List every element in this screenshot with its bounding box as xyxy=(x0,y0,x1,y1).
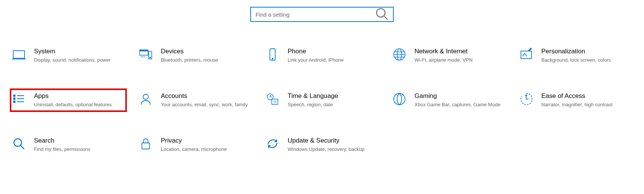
svg-point-31 xyxy=(394,93,405,105)
settings-tile-system[interactable]: SystemDisplay, sound, notifications, pow… xyxy=(11,45,126,67)
svg-rect-19 xyxy=(14,95,15,96)
tile-title: Time & Language xyxy=(288,92,338,100)
settings-tile-gaming[interactable]: GamingXbox Game Bar, captures, Game Mode xyxy=(391,89,507,111)
ease-icon xyxy=(519,92,533,106)
search-icon xyxy=(12,137,26,151)
settings-tile-update[interactable]: Update & SecurityWindows Update, recover… xyxy=(264,134,380,156)
tile-title: Gaming xyxy=(414,92,501,100)
svg-rect-35 xyxy=(142,143,149,149)
svg-point-0 xyxy=(377,9,385,17)
tile-title: System xyxy=(34,48,111,55)
gaming-icon xyxy=(393,92,406,106)
personalization-icon xyxy=(519,48,533,61)
settings-tile-devices[interactable]: DevicesBluetooth, printers, mouse xyxy=(137,45,253,67)
tile-description: Uninstall, defaults, optional features xyxy=(34,101,112,108)
tile-description: Location, camera, microphone xyxy=(161,146,227,153)
search-icon xyxy=(375,7,388,22)
settings-tile-time[interactable]: 字Time & LanguageSpeech, region, date xyxy=(264,89,380,111)
svg-point-25 xyxy=(143,94,148,99)
tile-description: Speech, region, date xyxy=(288,101,338,108)
tile-title: Privacy xyxy=(161,137,227,144)
tile-description: Narrator, magnifier, high contrast xyxy=(541,101,613,108)
tile-description: Your accounts, email, sync, work, family xyxy=(161,101,248,108)
tile-title: Apps xyxy=(34,92,112,100)
search-box[interactable] xyxy=(250,7,394,22)
svg-rect-20 xyxy=(14,98,15,99)
tile-description: Wi-Fi, airplane mode, VPN xyxy=(414,57,473,64)
tile-title: Accounts xyxy=(161,92,248,100)
svg-point-33 xyxy=(14,139,22,146)
tile-description: Find my files, permissions xyxy=(34,146,91,153)
privacy-icon xyxy=(139,137,153,151)
tile-title: Search xyxy=(34,137,91,144)
settings-tile-apps[interactable]: AppsUninstall, defaults, optional featur… xyxy=(11,89,126,111)
apps-icon xyxy=(12,92,26,106)
devices-icon xyxy=(139,48,153,61)
svg-line-1 xyxy=(384,16,388,20)
settings-tile-accounts[interactable]: AccountsYour accounts, email, sync, work… xyxy=(137,89,253,111)
svg-text:字: 字 xyxy=(273,100,277,104)
svg-rect-5 xyxy=(140,50,148,51)
tile-description: Link your Android, iPhone xyxy=(288,57,344,64)
phone-icon xyxy=(266,48,279,61)
svg-point-7 xyxy=(150,57,151,58)
settings-tile-ease[interactable]: Ease of AccessNarrator, magnifier, high … xyxy=(518,89,633,111)
svg-point-12 xyxy=(272,58,273,59)
svg-line-34 xyxy=(21,146,24,149)
accounts-icon xyxy=(139,92,153,106)
tile-title: Devices xyxy=(161,48,218,55)
time-icon: 字 xyxy=(266,92,279,106)
settings-tile-network[interactable]: Network & InternetWi-Fi, airplane mode, … xyxy=(391,45,507,67)
tile-description: Background, lock screen, colors xyxy=(541,57,611,64)
tile-description: Xbox Game Bar, captures, Game Mode xyxy=(414,101,501,108)
settings-tile-search[interactable]: SearchFind my files, permissions xyxy=(11,134,126,156)
update-icon xyxy=(266,137,279,151)
tile-description: Windows Update, recovery, backup xyxy=(288,146,365,153)
settings-tile-privacy[interactable]: PrivacyLocation, camera, microphone xyxy=(137,134,253,156)
tile-title: Phone xyxy=(288,48,344,55)
tile-description: Display, sound, notifications, power xyxy=(34,57,111,64)
settings-tile-phone[interactable]: PhoneLink your Android, iPhone xyxy=(264,45,380,67)
tile-title: Network & Internet xyxy=(414,48,473,55)
search-input[interactable] xyxy=(256,11,375,18)
settings-tile-personalization[interactable]: PersonalizationBackground, lock screen, … xyxy=(518,45,633,67)
svg-rect-2 xyxy=(13,51,25,58)
svg-rect-21 xyxy=(14,101,15,102)
system-icon xyxy=(12,48,26,61)
tile-title: Update & Security xyxy=(288,137,365,144)
network-icon xyxy=(393,48,406,61)
tile-description: Bluetooth, printers, mouse xyxy=(161,57,218,64)
svg-marker-32 xyxy=(525,94,527,96)
tile-title: Personalization xyxy=(541,48,611,55)
tile-title: Ease of Access xyxy=(541,92,613,100)
